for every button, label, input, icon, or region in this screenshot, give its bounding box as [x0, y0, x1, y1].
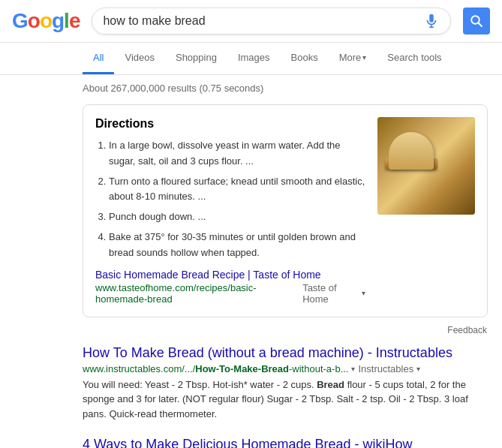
snippet-domain-arrow: ▾	[362, 289, 365, 297]
snippet-text: Directions In a large bowl, dissolve yea…	[95, 117, 365, 305]
result-2-title[interactable]: 4 Ways to Make Delicious Homemade Bread …	[83, 437, 412, 448]
tab-videos[interactable]: Videos	[114, 43, 165, 74]
result-1-url-row: www.instructables.com/.../How-To-Make-Br…	[83, 363, 488, 374]
snippet-step-1: In a large bowl, dissolve yeast in warm …	[109, 138, 365, 170]
bread-illustration	[377, 117, 475, 215]
tab-search-tools[interactable]: Search tools	[377, 43, 452, 74]
search-bar	[92, 8, 451, 35]
feedback-link[interactable]: Feedback	[447, 325, 487, 335]
chevron-down-icon: ▾	[362, 53, 366, 62]
search-icon	[470, 14, 483, 28]
google-logo: Google	[12, 9, 80, 33]
feedback-row: Feedback	[83, 323, 490, 335]
result-1-url-bold: How-To-Make-Bread	[195, 363, 289, 374]
snippet-step-4: Bake at 375° for 30-35 minutes or until …	[109, 230, 365, 261]
result-item-2: 4 Ways to Make Delicious Homemade Bread …	[83, 436, 488, 448]
snippet-source-link[interactable]: Basic Homemade Bread Recipe | Taste of H…	[95, 269, 365, 281]
result-1-url: www.instructables.com/.../How-To-Make-Br…	[83, 363, 348, 374]
snippet-step-2: Turn onto a floured surface; knead until…	[109, 174, 365, 206]
results-count: About 267,000,000 results (0.75 seconds)	[0, 75, 502, 101]
nav-tabs: All Videos Shopping Images Books More ▾ …	[0, 43, 502, 75]
header: Google	[0, 0, 502, 43]
snippet-step-3: Punch dough down. ...	[109, 209, 365, 225]
mic-icon[interactable]	[423, 13, 440, 29]
snippet-domain: Taste of Home	[302, 282, 356, 305]
main-content: Directions In a large bowl, dissolve yea…	[0, 101, 502, 448]
tab-all[interactable]: All	[83, 43, 114, 74]
snippet-steps: In a large bowl, dissolve yeast in warm …	[95, 138, 365, 261]
tab-books[interactable]: Books	[281, 43, 329, 74]
snippet-url: www.tasteofhome.com/recipes/basic-homema…	[95, 282, 296, 305]
search-input[interactable]	[103, 14, 417, 28]
snippet-source-row: www.tasteofhome.com/recipes/basic-homema…	[95, 282, 365, 305]
snippet-title: Directions	[95, 117, 365, 131]
tab-shopping[interactable]: Shopping	[165, 43, 227, 74]
featured-snippet: Directions In a large bowl, dissolve yea…	[83, 104, 488, 317]
result-1-bread-bold: Bread	[317, 379, 344, 390]
snippet-image	[377, 117, 475, 215]
result-1-arrow: ▾	[351, 365, 355, 373]
result-1-source-arrow: ▾	[416, 365, 420, 373]
result-1-source: Instructables	[358, 363, 413, 374]
tab-more[interactable]: More ▾	[329, 43, 377, 74]
svg-point-2	[471, 16, 479, 24]
tab-images[interactable]: Images	[227, 43, 281, 74]
result-item-1: How To Make Bread (without a bread machi…	[83, 344, 488, 422]
search-button[interactable]	[463, 8, 490, 35]
svg-line-3	[478, 23, 482, 26]
result-1-title[interactable]: How To Make Bread (without a bread machi…	[83, 345, 452, 360]
result-1-desc: You will need: Yeast - 2 Tbsp. Hot-ish* …	[83, 377, 488, 422]
